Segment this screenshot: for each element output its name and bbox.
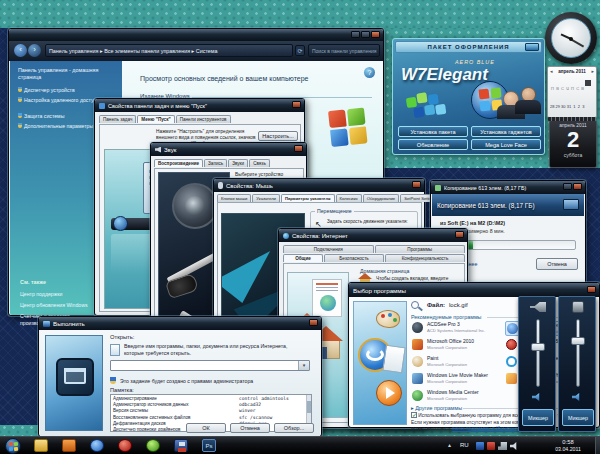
ok-button[interactable]: ОК: [186, 423, 226, 433]
network-icon[interactable]: [498, 442, 507, 450]
volume-slider-thumb[interactable]: [571, 337, 585, 345]
globe-icon: [283, 233, 289, 239]
breadcrumb-item[interactable]: Панель управления: [49, 48, 99, 54]
tab-toolbars[interactable]: Панели инструментов: [176, 115, 231, 123]
breadcrumb-item[interactable]: Система: [196, 48, 218, 54]
package-button-gadgets[interactable]: Установка гаджетов: [471, 126, 541, 137]
tray-security-icon[interactable]: [487, 442, 495, 450]
volume-slider-track[interactable]: [536, 319, 540, 387]
tab-taskbar[interactable]: Панель задач: [99, 115, 136, 123]
close-icon[interactable]: [573, 183, 582, 190]
taskbar-item-floppy[interactable]: [174, 439, 188, 452]
mixer-button[interactable]: Микшер: [562, 409, 594, 426]
customize-button[interactable]: Настроить...: [258, 131, 298, 141]
help-icon[interactable]: ?: [364, 67, 375, 78]
mute-speaker-icon[interactable]: [532, 393, 544, 401]
choose-program-titlebar[interactable]: Выбор программы: [349, 283, 599, 297]
mouse-icon: [218, 182, 223, 189]
clock-gadget[interactable]: [545, 12, 597, 64]
cancel-button[interactable]: Отмена: [230, 423, 270, 433]
close-icon[interactable]: [412, 181, 421, 188]
hidden-icons-chevron[interactable]: ▴: [448, 441, 451, 448]
tab-pointers[interactable]: Указатели: [252, 194, 280, 202]
package-minimize-button[interactable]: [525, 43, 539, 51]
browse-button[interactable]: Обзор...: [274, 423, 314, 433]
tearoff-calendar-gadget[interactable]: апрель 2011 2 суббота: [549, 120, 597, 168]
checkbox-checked-icon[interactable]: ✓: [411, 412, 417, 418]
copy-titlebar[interactable]: Копирование 613 элем. (8,17 ГБ): [431, 181, 585, 194]
package-blocks-logo: [405, 88, 452, 122]
close-icon[interactable]: [292, 101, 301, 108]
close-icon[interactable]: [455, 231, 464, 238]
run-titlebar[interactable]: Выполнить: [39, 317, 321, 330]
sound-titlebar[interactable]: Звук: [151, 143, 306, 156]
program-item-office[interactable]: Microsoft Office 2010 Microsoft Corporat…: [411, 338, 501, 353]
run-combobox[interactable]: ▾: [110, 360, 310, 371]
package-button-megaloveface[interactable]: Mega Love Face: [471, 139, 541, 150]
tab-recording[interactable]: Запись: [204, 159, 227, 167]
tab-general[interactable]: Общие: [283, 254, 323, 262]
show-desktop-button[interactable]: [595, 437, 600, 454]
program-item-paint[interactable]: Paint Microsoft Corporation: [411, 355, 501, 370]
search-web-link[interactable]: поиск программы в Интернете.: [452, 426, 521, 431]
tab-wheel[interactable]: Колесико: [336, 194, 362, 202]
refresh-icon[interactable]: ⟳: [295, 45, 305, 56]
back-button[interactable]: ‹: [14, 44, 27, 57]
taskbar-item-photoshop[interactable]: Ps: [202, 439, 216, 452]
close-icon[interactable]: [294, 145, 303, 152]
calendar-week-row[interactable]: 28 29 30 31 1 2 3: [550, 104, 596, 110]
start-button[interactable]: [5, 438, 21, 454]
package-button-install[interactable]: Установка пакета: [398, 126, 468, 137]
system-caption-buttons[interactable]: [351, 31, 380, 38]
sidebar-item-device-manager[interactable]: Диспетчер устройств: [18, 87, 120, 93]
tab-programs[interactable]: Программы: [375, 245, 466, 253]
tray-antivirus-icon[interactable]: [476, 442, 484, 450]
tab-playback[interactable]: Воспроизведение: [154, 159, 203, 167]
close-icon[interactable]: [587, 286, 596, 293]
taskbar-item-internet-explorer[interactable]: [90, 439, 104, 452]
taskbar-item-opera[interactable]: [118, 439, 132, 452]
taskbar-item-explorer[interactable]: [34, 439, 48, 452]
tray-clock[interactable]: 0:58 03.04.2011: [546, 439, 590, 454]
tab-hardware[interactable]: Оборудование: [363, 194, 399, 202]
taskbar-item-mediaplayer[interactable]: [62, 439, 76, 452]
tab-sounds[interactable]: Звуки: [228, 159, 248, 167]
tab-security[interactable]: Безопасность: [324, 254, 384, 262]
tab-connections[interactable]: Подключения: [283, 245, 374, 253]
search-input[interactable]: Поиск в панели управления: [308, 44, 380, 57]
minimize-icon[interactable]: [563, 183, 572, 190]
mute-speaker-icon[interactable]: [572, 393, 584, 401]
mixer-button[interactable]: Микшер: [522, 409, 554, 426]
other-programs-expander[interactable]: ▸ Другие программы: [411, 405, 462, 411]
tab-start-menu[interactable]: Меню "Пуск": [137, 115, 174, 123]
sidebar-home-link[interactable]: Панель управления - домашняя страница: [18, 67, 118, 81]
mouse-titlebar[interactable]: Свойства: Мышь: [214, 179, 424, 192]
tab-privacy[interactable]: Конфиденциальность: [385, 254, 465, 262]
tab-buttons[interactable]: Кнопки мыши: [217, 194, 251, 202]
program-item-acdsee[interactable]: ACDSee Pro 3 ACD Systems International I…: [411, 321, 501, 336]
taskbar-properties-titlebar[interactable]: Свойства панели задач и меню "Пуск": [95, 99, 304, 112]
minimize-icon[interactable]: [351, 31, 360, 38]
tab-communications[interactable]: Связь: [249, 159, 270, 167]
breadcrumb-item[interactable]: Все элементы панели управления: [104, 48, 190, 54]
language-indicator[interactable]: RU: [460, 442, 469, 448]
tab-pointer-options[interactable]: Параметры указателя: [281, 194, 335, 202]
windows-logo: [328, 107, 372, 151]
program-item-mediacenter[interactable]: Windows Media Center Microsoft Corporati…: [411, 389, 501, 404]
package-button-update[interactable]: Обновление: [398, 139, 468, 150]
calendar-gadget[interactable]: ◂ апрель 2011 ▸ П В С Ч П С В 28 29 30 3…: [547, 66, 597, 118]
cancel-button[interactable]: Отмена: [536, 258, 578, 270]
forward-button[interactable]: ›: [28, 44, 41, 57]
volume-tray-icon[interactable]: [510, 442, 519, 450]
volume-slider-thumb[interactable]: [531, 343, 545, 351]
program-item-moviemaker[interactable]: Windows Live Movie Maker Microsoft Corpo…: [411, 372, 501, 387]
taskbar-item-utorrent[interactable]: [146, 439, 160, 452]
combobox-arrow-icon[interactable]: ▾: [298, 361, 309, 370]
volume-slider-track[interactable]: [576, 319, 580, 387]
close-icon[interactable]: [309, 319, 318, 326]
system-titlebar[interactable]: [9, 29, 383, 41]
breadcrumb[interactable]: Панель управления ▸ Все элементы панели …: [45, 44, 293, 57]
maximize-icon[interactable]: [361, 31, 370, 38]
close-icon[interactable]: [371, 31, 380, 38]
internet-titlebar[interactable]: Свойства: Интернет: [279, 229, 467, 242]
